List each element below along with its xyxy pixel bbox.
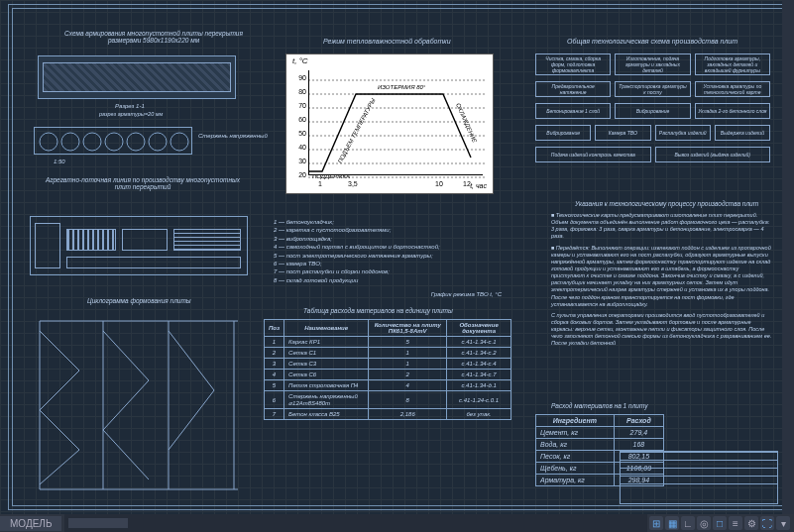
section-holes: [34, 127, 192, 155]
model-tab[interactable]: МОДЕЛЬ: [0, 516, 61, 531]
label-scale: 1:50: [54, 159, 65, 164]
flow-box: Вывоз изделий (выдача изделий): [655, 147, 771, 162]
svg-point-6: [170, 133, 188, 151]
svg-point-2: [83, 133, 101, 151]
title-table-main: Таблица расхода материалов на единицу пл…: [303, 307, 453, 314]
table-main: Поз Наименование Количество на плиту ПК6…: [264, 319, 511, 420]
grid-icon[interactable]: ▦: [665, 516, 679, 530]
title-flow: Общая технологическая схема производства…: [567, 38, 737, 45]
notes-block: Технологические карты предусматривают из…: [551, 212, 773, 352]
svg-point-4: [127, 133, 145, 151]
svg-point-0: [40, 133, 57, 151]
svg-point-1: [61, 133, 79, 151]
flow-box: Установка арматуры по технологической ка…: [695, 81, 770, 97]
flow-box: Транспортировка арматуры к посту: [615, 81, 690, 97]
legend-list: 1 — бетоноукладчик; 2 — каретка с пустот…: [274, 218, 502, 299]
scrollbar-vertical[interactable]: [782, 0, 794, 514]
flow-box: Вибрирование: [615, 103, 690, 119]
flow-box: Изготовление, подача арматуры и закладны…: [615, 53, 690, 75]
status-icons: ⊞ ▦ ∟ ◎ □ ≡ ⚙ ⛶ ▾: [649, 516, 794, 530]
flow-box: Подготовка арматуры, закладных деталей и…: [695, 53, 770, 75]
label-razrez: Разрез 1-1: [115, 103, 145, 109]
flow-box: Бетонирование 1 слой: [535, 103, 611, 119]
title-notes: Указания к технологическому процессу про…: [575, 200, 758, 207]
flow-box: Распалубка изделий: [655, 125, 711, 141]
fullscreen-icon[interactable]: ⛶: [760, 516, 774, 530]
flow-box: Вибрирование: [535, 125, 591, 141]
title-cycle: Циклограмма формования плиты: [87, 297, 191, 304]
plan-elevation: [38, 55, 236, 99]
ortho-icon[interactable]: ∟: [681, 516, 695, 530]
flow-box: Предварительное натяжение: [535, 81, 611, 97]
flow-box: Чистка, смазка, сборка форм, подготовка …: [535, 53, 611, 75]
drawing-canvas[interactable]: Схема армирования многопустотной плиты п…: [0, 0, 794, 514]
title-mat: Расход материалов на 1 плиту: [551, 402, 647, 409]
flow-box: Камера ТВО: [595, 125, 650, 141]
title-reinforcement: Схема армирования многопустотной плиты п…: [59, 30, 248, 44]
svg-point-3: [105, 133, 123, 151]
layout-thumb[interactable]: [68, 518, 128, 528]
cycle-diagram: [30, 311, 248, 499]
status-bar: МОДЕЛЬ ⊞ ▦ ∟ ◎ □ ≡ ⚙ ⛶ ▾: [0, 514, 794, 532]
settings-icon[interactable]: ⚙: [744, 516, 758, 530]
label-razrez-sub: разрез арматуры=20 мм: [99, 111, 163, 117]
aggregate-line-plan: [30, 216, 248, 275]
svg-point-5: [149, 133, 167, 151]
osnap-icon[interactable]: □: [713, 516, 727, 530]
customize-icon[interactable]: ▾: [776, 516, 790, 530]
polar-icon[interactable]: ◎: [697, 516, 711, 530]
flow-diagram: Чистка, смазка, сборка форм, подготовка …: [535, 53, 770, 168]
title-thermal: Режим тепловлажностной обработки: [323, 38, 451, 45]
lineweight-icon[interactable]: ≡: [729, 516, 742, 530]
title-block: [620, 451, 778, 504]
snap-icon[interactable]: ⊞: [649, 516, 663, 530]
flow-box: Подача изделий контроль качества: [535, 147, 651, 162]
flow-box: Выдержка изделий: [715, 125, 770, 141]
thermal-chart: t, °C 20 30 40 50 60 70 80 90 1 3,5 10 1…: [285, 53, 494, 194]
title-aggregate: Агрегатно-поточная линия по производству…: [44, 176, 242, 190]
label-sterj: Стержень напряженный: [198, 133, 268, 139]
flow-box: Укладка 2-го бетонного слоя: [695, 103, 770, 119]
